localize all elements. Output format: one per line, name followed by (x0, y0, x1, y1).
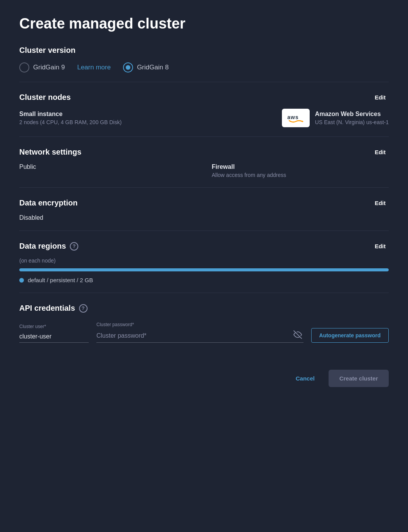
region-dot (19, 278, 24, 283)
region-label: default / persistent / 2 GB (28, 277, 93, 283)
data-encryption-section: Data encryption Edit Disabled (19, 187, 389, 231)
encryption-value: Disabled (19, 214, 389, 221)
network-settings-header: Network settings Edit (19, 148, 389, 157)
data-regions-header: Data regions ? Edit (19, 242, 389, 251)
footer: Cancel Create cluster (19, 362, 389, 387)
provider-info: aws Amazon Web Services US East (N. Virg… (282, 109, 389, 127)
version-radio-group: GridGain 9 Learn more GridGain 8 (19, 62, 389, 72)
radio-gridgain9[interactable] (19, 62, 29, 72)
version-label-8: GridGain 8 (137, 64, 169, 71)
network-content: Public Firewall Allow access from any ad… (19, 163, 389, 178)
cluster-nodes-section: Cluster nodes Edit Small instance 2 node… (19, 82, 389, 136)
regions-subtitle: (on each node) (19, 258, 389, 264)
network-settings-title: Network settings (19, 148, 81, 157)
data-encryption-edit-button[interactable]: Edit (372, 199, 389, 207)
network-access: Public (19, 163, 196, 178)
cluster-nodes-title: Cluster nodes (19, 93, 71, 102)
aws-logo: aws (282, 109, 310, 127)
provider-name: Amazon Web Services (315, 111, 389, 118)
version-option-9[interactable]: GridGain 9 (19, 62, 65, 72)
node-info: Small instance 2 nodes (4 CPU, 4 GB RAM,… (19, 111, 266, 125)
cluster-version-title: Cluster version (19, 46, 389, 55)
cluster-password-label: Cluster password* (96, 322, 303, 327)
progress-bar-fill (19, 268, 389, 271)
credentials-row: Cluster user* Cluster password* Autogene… (19, 322, 389, 343)
access-type: Public (19, 163, 196, 170)
network-settings-section: Network settings Edit Public Firewall Al… (19, 136, 389, 187)
radio-gridgain8[interactable] (123, 62, 133, 72)
page-title: Create managed cluster (19, 15, 389, 32)
password-visibility-toggle[interactable] (292, 329, 303, 342)
cluster-nodes-edit-button[interactable]: Edit (372, 93, 389, 101)
svg-text:aws: aws (287, 114, 298, 120)
firewall-desc: Allow access from any address (212, 172, 389, 178)
cluster-user-group: Cluster user* (19, 324, 89, 343)
version-label-9: GridGain 9 (33, 64, 65, 71)
node-type: Small instance (19, 111, 266, 118)
data-regions-title: Data regions ? (19, 242, 78, 251)
cluster-nodes-header: Cluster nodes Edit (19, 93, 389, 102)
cluster-user-label: Cluster user* (19, 324, 89, 329)
data-regions-progress-bar (19, 268, 389, 271)
cluster-password-input[interactable] (96, 330, 292, 342)
aws-logo-svg: aws (287, 113, 304, 123)
node-specs: 2 nodes (4 CPU, 4 GB RAM, 200 GB Disk) (19, 119, 266, 125)
nodes-content: Small instance 2 nodes (4 CPU, 4 GB RAM,… (19, 109, 389, 127)
data-encryption-header: Data encryption Edit (19, 199, 389, 207)
firewall-info: Firewall Allow access from any address (212, 163, 389, 178)
cluster-version-section: Cluster version GridGain 9 Learn more Gr… (19, 46, 389, 82)
data-encryption-title: Data encryption (19, 199, 78, 207)
network-settings-edit-button[interactable]: Edit (372, 148, 389, 156)
api-credentials-section: API credentials ? Cluster user* Cluster … (19, 293, 389, 343)
version-option-8[interactable]: GridGain 8 (123, 62, 169, 72)
cluster-user-input[interactable] (19, 331, 89, 343)
password-input-row (96, 329, 303, 343)
provider-details: Amazon Web Services US East (N. Virginia… (315, 111, 389, 125)
create-cluster-button[interactable]: Create cluster (329, 370, 389, 387)
radio-inner-dot (126, 65, 130, 70)
api-credentials-help-icon[interactable]: ? (79, 304, 88, 313)
cancel-button[interactable]: Cancel (288, 370, 322, 386)
learn-more-link[interactable]: Learn more (77, 64, 111, 71)
region-item: default / persistent / 2 GB (19, 277, 389, 283)
api-credentials-title: API credentials ? (19, 304, 389, 313)
firewall-title: Firewall (212, 163, 389, 170)
svg-marker-1 (302, 121, 303, 122)
data-regions-section: Data regions ? Edit (on each node) defau… (19, 231, 389, 293)
autogenerate-password-button[interactable]: Autogenerate password (311, 328, 389, 343)
data-regions-help-icon[interactable]: ? (70, 242, 78, 251)
data-regions-edit-button[interactable]: Edit (372, 242, 389, 250)
provider-region: US East (N. Virginia) us-east-1 (315, 119, 389, 125)
cluster-password-group: Cluster password* (96, 322, 303, 343)
